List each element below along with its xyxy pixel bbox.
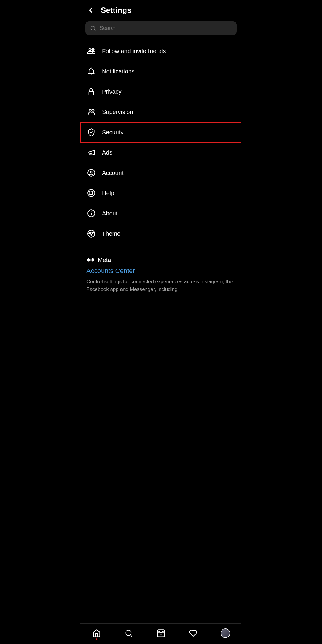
nav-item-activity[interactable]: [184, 627, 203, 639]
accounts-center-link[interactable]: Accounts Center: [86, 267, 236, 275]
search-input[interactable]: [100, 25, 232, 31]
menu-label-notifications: Notifications: [102, 68, 134, 75]
header: Settings: [80, 0, 242, 19]
home-active-dot: [96, 638, 97, 640]
palette-icon: [86, 229, 96, 238]
menu-item-privacy[interactable]: Privacy: [80, 81, 242, 102]
menu-label-theme: Theme: [102, 230, 120, 237]
back-button[interactable]: [85, 5, 96, 16]
lifebuoy-icon: [86, 188, 96, 198]
menu-label-help: Help: [102, 190, 114, 197]
svg-point-4: [92, 109, 94, 111]
meta-logo-icon: [86, 256, 95, 264]
bottom-navigation: [80, 623, 242, 644]
info-circle-icon: [86, 209, 96, 218]
menu-item-follow[interactable]: Follow and invite friends: [80, 41, 242, 61]
svg-rect-2: [89, 91, 94, 95]
menu-item-theme[interactable]: Theme: [80, 224, 242, 244]
menu-label-supervision: Supervision: [102, 109, 133, 115]
supervision-icon: [86, 107, 96, 117]
nav-item-reels[interactable]: [151, 627, 171, 639]
search-nav-icon: [124, 628, 134, 638]
search-icon: [90, 25, 96, 31]
menu-label-account: Account: [102, 170, 123, 176]
heart-icon: [188, 628, 198, 638]
svg-rect-22: [157, 630, 164, 637]
menu-item-ads[interactable]: Ads: [80, 142, 242, 163]
megaphone-icon: [86, 148, 96, 157]
svg-point-16: [88, 230, 95, 237]
nav-item-search[interactable]: [119, 627, 138, 639]
svg-line-10: [92, 194, 94, 195]
svg-point-19: [91, 234, 92, 235]
nav-item-home[interactable]: [87, 627, 106, 639]
menu-item-notifications[interactable]: Notifications: [80, 61, 242, 81]
meta-brand-label: Meta: [98, 257, 111, 264]
svg-point-3: [89, 109, 91, 111]
svg-point-6: [90, 171, 92, 173]
menu-label-privacy: Privacy: [102, 88, 122, 95]
svg-line-21: [130, 635, 132, 636]
menu-label-about: About: [102, 210, 117, 217]
profile-avatar: [221, 628, 230, 638]
menu-item-account[interactable]: Account: [80, 163, 242, 183]
reels-icon: [156, 628, 166, 638]
account-circle-icon: [86, 168, 96, 178]
menu-label-follow: Follow and invite friends: [102, 48, 166, 55]
page-title: Settings: [101, 6, 131, 15]
menu-item-about[interactable]: About: [80, 203, 242, 224]
svg-line-1: [94, 29, 95, 30]
shield-check-icon: [86, 127, 96, 137]
svg-line-12: [89, 194, 90, 195]
accounts-center-description: Control settings for connected experienc…: [86, 278, 236, 293]
search-container: [80, 19, 242, 41]
menu-item-help[interactable]: Help: [80, 183, 242, 203]
svg-line-11: [92, 191, 94, 192]
search-bar[interactable]: [85, 21, 237, 35]
home-icon: [92, 628, 101, 638]
nav-item-profile[interactable]: [216, 627, 235, 639]
lock-icon: [86, 87, 96, 96]
menu-label-ads: Ads: [102, 149, 112, 156]
menu-item-security[interactable]: Security: [80, 122, 242, 142]
menu-item-supervision[interactable]: Supervision: [80, 102, 242, 122]
settings-menu: Follow and invite friends Notifications …: [80, 41, 242, 249]
meta-brand: Meta: [86, 256, 236, 264]
add-person-icon: [86, 46, 96, 56]
bell-icon: [86, 67, 96, 76]
svg-line-9: [89, 191, 90, 192]
menu-label-security: Security: [102, 129, 123, 136]
meta-section: Meta Accounts Center Control settings fo…: [80, 249, 242, 297]
